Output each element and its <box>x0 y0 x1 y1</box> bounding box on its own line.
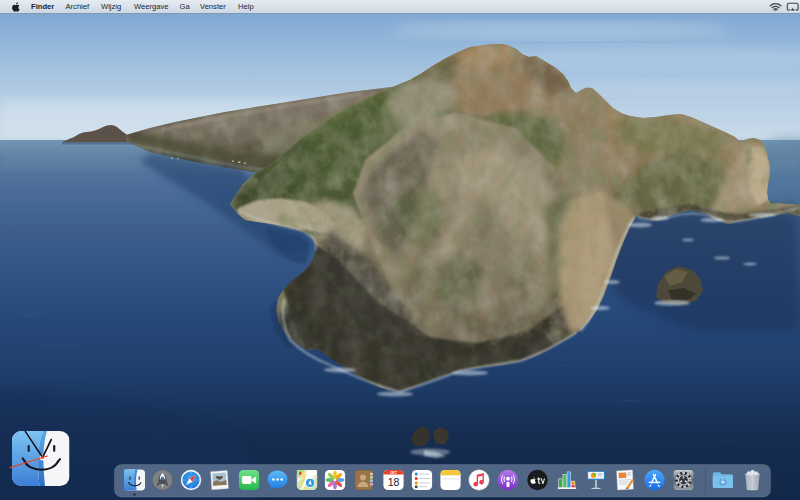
svg-text:Wijzig: Wijzig <box>101 2 121 11</box>
svg-text:OKT: OKT <box>390 471 397 475</box>
svg-text:Archief: Archief <box>66 2 91 11</box>
svg-text:18: 18 <box>388 476 400 488</box>
svg-text:Ga: Ga <box>180 2 191 11</box>
svg-text:Finder: Finder <box>31 2 54 11</box>
svg-text:Weergave: Weergave <box>134 2 168 11</box>
svg-text:Help: Help <box>238 2 254 11</box>
svg-text:Venster: Venster <box>200 2 226 11</box>
